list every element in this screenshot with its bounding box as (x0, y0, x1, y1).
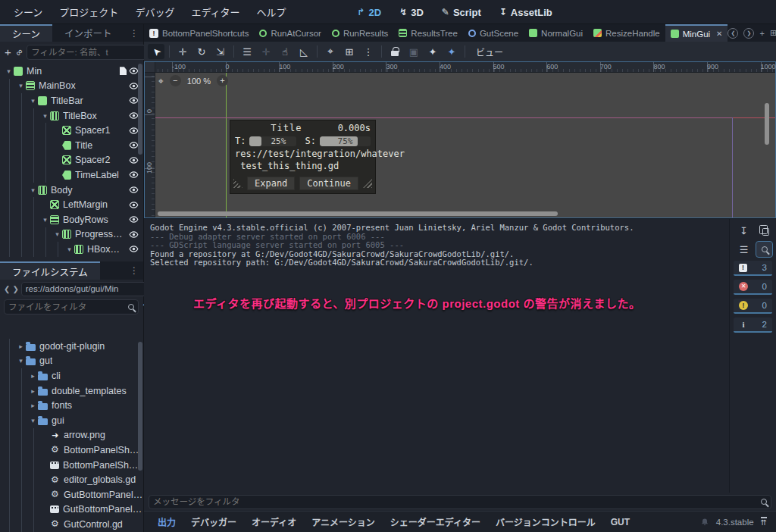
scene-tab-runatcursor[interactable]: RunAtCursor (254, 24, 326, 42)
expander-icon[interactable]: ▸ (28, 372, 38, 380)
filter-log-button[interactable]: ☰ (736, 242, 752, 257)
workspace-assetlib[interactable]: ↧AssetLib (493, 4, 559, 21)
add-node-button[interactable]: + (5, 45, 11, 58)
canvas-2d[interactable]: ⌖ − 100 % + Title 0.000s T: 25% (155, 73, 775, 217)
bottom-tab-audio[interactable]: オーディオ (244, 515, 304, 528)
horizontal-scrollbar[interactable] (158, 211, 558, 216)
file-tree-scrollbar[interactable] (138, 342, 142, 471)
dock-tab-import[interactable]: インポート (52, 24, 124, 42)
menu-editor[interactable]: エディター (183, 2, 247, 22)
bottom-tab-version-control[interactable]: バージョンコントロール (488, 515, 603, 528)
bottom-tab-animation[interactable]: アニメーション (304, 515, 383, 528)
scene-tree-node[interactable]: ▾MainBox (0, 79, 143, 94)
scene-filter-input[interactable] (31, 48, 148, 57)
workspace-2d[interactable]: ↱2D (350, 4, 388, 21)
output-log[interactable]: Godot Engine v4.3.stable.official (c) 20… (144, 219, 728, 493)
workspace-script[interactable]: ✎Script (435, 4, 488, 21)
expander-icon[interactable]: ▾ (40, 112, 50, 120)
scene-tree-node[interactable]: ▾TitleBar (0, 93, 143, 108)
expander-icon[interactable]: ▾ (16, 357, 26, 365)
scene-tab-runresults[interactable]: RunResults (327, 24, 393, 42)
ruler-tool[interactable]: ◺ (296, 44, 312, 59)
history-forward-button[interactable]: ❯ (12, 285, 18, 293)
file-tree-item[interactable]: ⚙BottomPanelShortc... (0, 443, 143, 458)
expander-icon[interactable]: ▸ (28, 402, 38, 409)
message-filter-input[interactable] (153, 497, 758, 506)
visibility-toggle-icon[interactable] (127, 200, 140, 210)
file-filter-input[interactable] (8, 302, 125, 311)
scene-tree-node[interactable]: ▾TitleBox (0, 108, 143, 124)
expander-icon[interactable]: ▾ (16, 82, 26, 89)
scene-tree-node[interactable]: ▾Min (0, 64, 143, 79)
attached-script-icon[interactable] (120, 67, 127, 75)
file-tree-item[interactable]: BottomPanelShortc... (0, 458, 143, 473)
zoom-level[interactable]: 100 % (187, 77, 211, 86)
one-shot-warnings-badge[interactable]: !3 (734, 261, 772, 276)
visibility-toggle-icon[interactable] (127, 170, 140, 180)
expander-icon[interactable]: ▾ (64, 246, 74, 253)
clear-output-button[interactable]: ↧ (736, 223, 752, 238)
visibility-toggle-icon[interactable] (127, 155, 140, 165)
prev-scene-button[interactable]: ❮ (728, 28, 738, 39)
visibility-toggle-icon[interactable] (127, 214, 140, 224)
expander-icon[interactable]: ▾ (28, 186, 38, 194)
zoom-in-button[interactable]: + (217, 75, 228, 86)
warnings-badge[interactable]: !0 (734, 299, 772, 314)
file-tree-item[interactable]: ▸double_templates (0, 383, 143, 399)
bottom-tab-debugger[interactable]: デバッガー (183, 515, 244, 528)
menu-project[interactable]: プロジェクト (52, 2, 126, 22)
menu-debug[interactable]: デバッグ (127, 2, 182, 22)
pivot-tool[interactable]: ✛ (258, 44, 274, 59)
filesystem-tab[interactable]: ファイルシステム (0, 261, 100, 280)
expander-icon[interactable]: ▾ (52, 230, 62, 238)
close-icon[interactable]: ✕ (716, 30, 722, 38)
expander-icon[interactable]: ▾ (4, 67, 14, 75)
skeleton-button[interactable]: ✦ (424, 44, 441, 59)
scene-tree-node[interactable]: ▾ProgressBars (0, 227, 143, 243)
menu-scene[interactable]: シーン (6, 2, 50, 22)
scene-tree-node[interactable]: Title (0, 138, 143, 153)
file-tree-item[interactable]: ⚙GutControl.gd (0, 517, 143, 532)
scene-tab-normalgui[interactable]: NormalGui (524, 24, 588, 42)
expander-icon[interactable]: ▾ (28, 97, 38, 105)
expander-icon[interactable]: ▾ (40, 216, 50, 224)
scene-tab-resultstree[interactable]: ResultsTree (393, 24, 463, 42)
scene-tab-resizehandle[interactable]: ResizeHandle (588, 24, 665, 42)
selectable-list-tool[interactable]: ☰ (239, 44, 255, 59)
expand-bottom-panel-icon[interactable]: ⇈ (761, 517, 767, 527)
workspace-3d[interactable]: ↯3D (393, 4, 430, 21)
dock-menu-icon[interactable]: ⋮ (125, 24, 143, 42)
zoom-out-button[interactable]: − (170, 75, 181, 86)
continue-button[interactable]: Continue (299, 177, 358, 190)
filesystem-menu-icon[interactable]: ⋮ (125, 261, 143, 280)
scene-tab-gutscene[interactable]: GutScene (463, 24, 524, 42)
scene-tree-node[interactable]: ▾Body (0, 183, 143, 198)
expand-viewport-button[interactable]: ⊞ (770, 28, 776, 38)
scene-tree-node[interactable]: Spacer2 (0, 153, 143, 168)
file-tree-item[interactable]: ➜arrow.png (0, 428, 143, 443)
select-tool[interactable]: ➤ (148, 44, 164, 59)
copy-output-button[interactable] (756, 223, 772, 238)
smart-snap-toggle[interactable]: ⌖ (322, 44, 339, 59)
history-back-button[interactable]: ❮ (4, 285, 10, 293)
bottom-tab-shader-editor[interactable]: シェーダーエディター (383, 515, 488, 528)
menu-help[interactable]: ヘルプ (249, 2, 293, 22)
dock-tab-scene[interactable]: シーン (0, 24, 52, 42)
messages-badge[interactable]: i2 (734, 318, 772, 333)
bottom-tab-gut[interactable]: GUT (603, 517, 637, 527)
lock-selection-button[interactable] (386, 44, 403, 59)
vertical-scrollbar[interactable] (765, 103, 769, 145)
path-input[interactable] (26, 284, 142, 293)
scene-tree-node[interactable]: LeftMargin (0, 197, 143, 212)
grid-snap-toggle[interactable]: ⊞ (341, 44, 358, 59)
scene-tab-bottompanelshortcuts[interactable]: BottomPanelShortcuts (144, 24, 254, 42)
file-tree-item[interactable]: ⚙editor_globals.gd (0, 472, 143, 487)
pan-tool[interactable]: ☝ (277, 44, 293, 59)
next-scene-button[interactable]: ❯ (743, 28, 754, 39)
file-tree-item[interactable]: ▸godot-git-plugin (0, 339, 143, 354)
expander-icon[interactable]: ▸ (16, 343, 26, 350)
file-tree-item[interactable]: GutBottomPanel.tscn (0, 502, 143, 518)
resize-handle-icon[interactable] (363, 179, 372, 188)
visibility-toggle-icon[interactable] (127, 185, 140, 195)
scale-tool[interactable]: ⇲ (212, 44, 229, 59)
